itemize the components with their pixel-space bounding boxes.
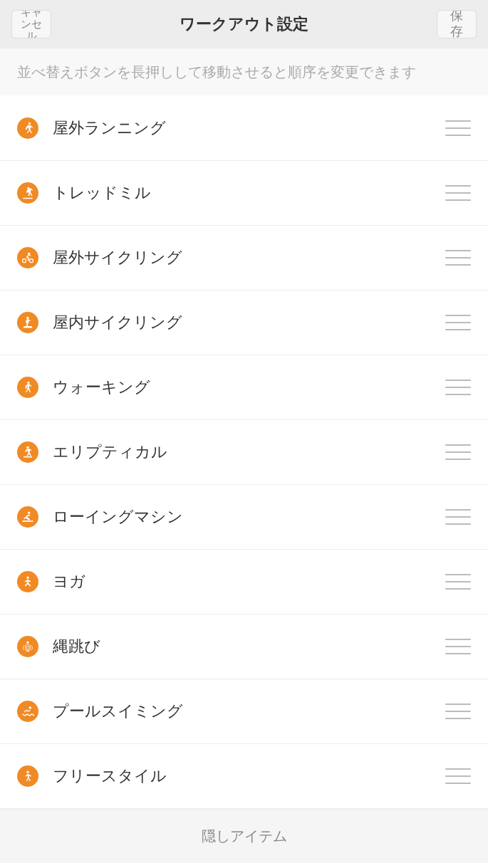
- drag-handle-icon[interactable]: [445, 380, 471, 395]
- svg-point-6: [27, 382, 29, 384]
- page-title: ワークアウト設定: [180, 14, 308, 35]
- workout-item-label: ヨガ: [53, 571, 445, 592]
- drag-handle-icon[interactable]: [445, 509, 471, 525]
- yoga-icon: [17, 571, 38, 592]
- hidden-items-section: 隠しアイテム: [0, 809, 488, 863]
- workout-item-label: ローイングマシン: [53, 506, 445, 528]
- workout-item-label: フリースタイル: [53, 765, 445, 787]
- drag-handle-icon[interactable]: [445, 574, 471, 590]
- workout-item-label: 屋外ランニング: [53, 117, 445, 139]
- drag-handle-icon[interactable]: [445, 185, 471, 201]
- workout-item: フリースタイル: [0, 743, 488, 809]
- workout-item: 屋内サイクリング: [0, 290, 488, 355]
- svg-point-12: [26, 771, 28, 773]
- drag-handle-icon[interactable]: [445, 639, 471, 654]
- workout-item: ウォーキング: [0, 355, 488, 420]
- instruction-text: 並べ替えボタンを長押しして移動させると順序を変更できます: [0, 48, 488, 96]
- svg-point-7: [26, 446, 28, 449]
- walking-icon: [17, 377, 38, 398]
- workout-item: 屋外ランニング: [0, 95, 488, 161]
- workout-item: ヨガ: [0, 549, 488, 615]
- svg-point-10: [26, 642, 28, 644]
- drag-handle-icon[interactable]: [445, 444, 471, 460]
- workout-item: ローイングマシン: [0, 484, 488, 550]
- workout-item: プールスイミング: [0, 679, 488, 744]
- svg-point-0: [28, 122, 31, 124]
- drag-handle-icon[interactable]: [445, 704, 471, 719]
- workout-item-label: 屋内サイクリング: [53, 312, 445, 333]
- save-button[interactable]: 保存: [437, 10, 477, 38]
- workout-item-label: プールスイミング: [53, 701, 445, 722]
- swimming-icon: [17, 701, 38, 722]
- jumprope-icon: [17, 636, 38, 657]
- drag-handle-icon[interactable]: [445, 315, 471, 330]
- svg-point-9: [26, 577, 28, 579]
- svg-point-8: [28, 512, 30, 514]
- freestyle-icon: [17, 765, 38, 787]
- svg-point-5: [26, 317, 28, 319]
- workout-item-label: エリプティカル: [53, 441, 445, 463]
- cycling-outdoor-icon: [17, 247, 38, 268]
- svg-point-2: [23, 259, 26, 263]
- workout-item-label: 縄跳び: [53, 636, 445, 657]
- workout-item: 縄跳び: [0, 614, 488, 679]
- cycling-indoor-icon: [17, 312, 38, 333]
- drag-handle-icon[interactable]: [445, 250, 471, 266]
- svg-point-11: [29, 706, 31, 708]
- cancel-button[interactable]: キャンセル: [11, 10, 51, 38]
- drag-handle-icon[interactable]: [445, 120, 471, 136]
- svg-point-3: [30, 259, 33, 263]
- header: キャンセル ワークアウト設定 保存: [0, 0, 488, 48]
- workout-item-label: ウォーキング: [53, 377, 445, 398]
- drag-handle-icon[interactable]: [445, 768, 471, 784]
- workout-item: 屋外サイクリング: [0, 225, 488, 291]
- running-icon: [17, 117, 38, 139]
- workout-item-label: トレッドミル: [53, 182, 445, 204]
- workout-item-label: 屋外サイクリング: [53, 247, 445, 268]
- elliptical-icon: [17, 441, 38, 463]
- treadmill-icon: [17, 182, 38, 204]
- workout-item: エリプティカル: [0, 419, 488, 485]
- workout-item: トレッドミル: [0, 160, 488, 226]
- rowing-icon: [17, 506, 38, 528]
- workout-list: 屋外ランニングトレッドミル屋外サイクリング屋内サイクリングウォーキングエリプティ…: [0, 95, 488, 809]
